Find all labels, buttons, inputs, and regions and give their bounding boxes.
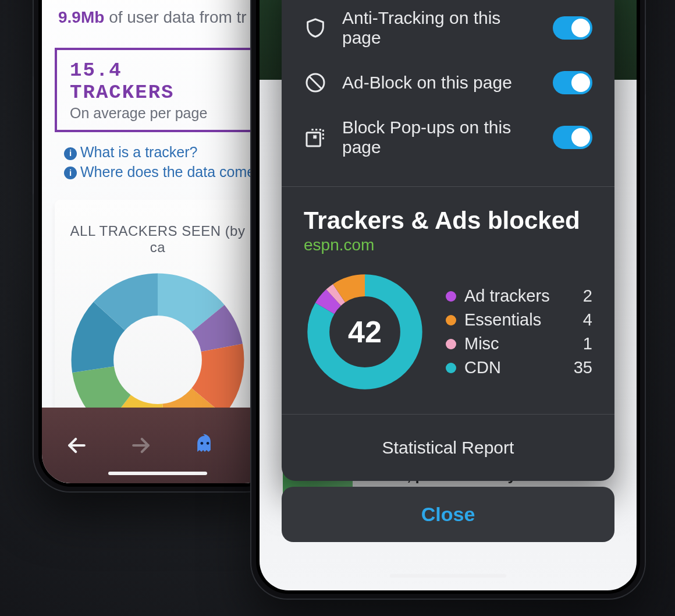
option-anti-tracking: Anti-Tracking on this page [304, 0, 592, 59]
close-button[interactable]: Close [282, 487, 614, 542]
power-button[interactable] [250, 47, 251, 134]
blocked-total: 42 [304, 271, 426, 393]
link-what-is-tracker[interactable]: What is a tracker? [80, 144, 197, 160]
legend-name: Ad trackers [464, 286, 583, 306]
dot-icon [446, 291, 456, 302]
arrow-left-icon [64, 433, 90, 458]
toggle-block-popups[interactable] [553, 126, 592, 149]
svg-point-9 [207, 442, 209, 445]
toggle-anti-tracking[interactable] [553, 16, 592, 40]
info-icon: i [64, 167, 77, 179]
volume-down-button[interactable] [33, 140, 34, 195]
volume-up-button[interactable] [645, 23, 646, 82]
phone-left: 9.9Mb of user data from tr 15.4 TRACKERS… [33, 0, 283, 493]
blocked-title: Trackers & Ads blocked [304, 207, 592, 235]
legend-value: 35 [574, 358, 592, 377]
phone-right: chaos, plus Germany's chance Anti-Tracki… [250, 0, 646, 600]
legend-value: 1 [583, 334, 592, 353]
dot-icon [446, 363, 456, 373]
home-indicator[interactable] [390, 574, 506, 578]
legend-item: CDN 35 [446, 356, 592, 380]
link-data-source[interactable]: Where does the data come [80, 164, 255, 180]
blocked-section: Trackers & Ads blocked espn.com 42 [282, 187, 614, 414]
shield-icon [304, 16, 327, 40]
blocked-legend: Ad trackers 2 Essentials 4 Misc 1 [446, 284, 592, 380]
option-label: Block Pop-ups on this page [342, 118, 538, 157]
option-block-popups: Block Pop-ups on this page [304, 106, 592, 169]
ghost-icon [192, 433, 218, 458]
trackers-average-card: 15.4 TRACKERS On average per page [55, 48, 261, 132]
hero-rest: of user data from tr [104, 8, 246, 26]
svg-rect-11 [307, 133, 320, 146]
trackers-average-sub: On average per page [70, 105, 246, 122]
toggle-ad-block[interactable] [553, 71, 592, 94]
volume-down-button[interactable] [645, 93, 646, 151]
legend-item: Misc 1 [446, 332, 592, 356]
svg-point-8 [200, 442, 203, 445]
block-icon [304, 71, 327, 94]
option-label: Anti-Tracking on this page [342, 8, 538, 48]
dot-icon [446, 339, 456, 349]
trackers-average-label: TRACKERS [70, 82, 175, 104]
legend-name: Misc [464, 334, 583, 353]
info-icon: i [64, 147, 77, 160]
hero-size: 9.9Mb [58, 8, 104, 26]
dot-icon [446, 315, 456, 325]
privacy-panel: Anti-Tracking on this page Ad-Block on t… [282, 0, 614, 481]
home-indicator[interactable] [108, 472, 207, 475]
popup-icon [304, 126, 327, 149]
forward-button[interactable] [126, 430, 156, 461]
volume-up-button[interactable] [33, 76, 34, 131]
blocked-donut: 42 [304, 271, 426, 393]
blocked-domain: espn.com [304, 236, 592, 254]
legend-name: CDN [464, 358, 574, 377]
info-links: iWhat is a tracker? iWhere does the data… [64, 143, 261, 182]
all-trackers-title: ALL TRACKERS SEEN (by ca [66, 223, 249, 256]
legend-item: Essentials 4 [446, 308, 592, 332]
legend-value: 4 [583, 310, 592, 330]
option-label: Ad-Block on this page [342, 73, 538, 93]
arrow-right-icon [128, 433, 154, 458]
legend-item: Ad trackers 2 [446, 284, 592, 308]
hero-text: 9.9Mb of user data from tr [42, 0, 273, 28]
trackers-average-value: 15.4 [70, 59, 122, 82]
option-ad-block: Ad-Block on this page [304, 59, 592, 106]
legend-name: Essentials [464, 310, 583, 330]
statistical-report-button[interactable]: Statistical Report [282, 414, 614, 481]
ghostery-button[interactable] [190, 430, 220, 461]
back-button[interactable] [62, 430, 92, 461]
legend-value: 2 [583, 286, 592, 306]
options-list: Anti-Tracking on this page Ad-Block on t… [282, 0, 614, 186]
